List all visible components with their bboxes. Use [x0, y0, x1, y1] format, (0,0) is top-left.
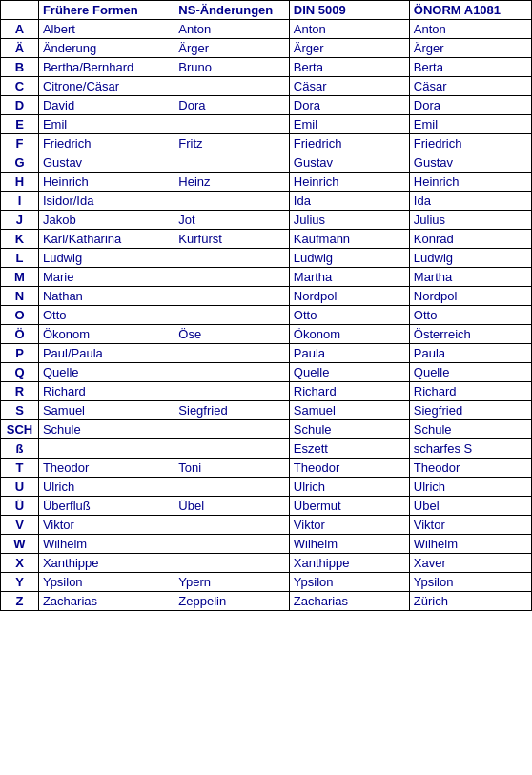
- table-row: EEmilEmilEmil: [1, 115, 532, 134]
- cell-letter: G: [1, 153, 39, 173]
- cell-fruehere: Wilhelm: [38, 535, 174, 554]
- table-row: ÄÄnderungÄrgerÄrgerÄrger: [1, 39, 532, 58]
- cell-ns: Zeppelin: [174, 592, 290, 611]
- cell-din: Otto: [289, 306, 409, 325]
- cell-fruehere: Ulrich: [38, 478, 174, 497]
- header-fruehere: Frühere Formen: [38, 1, 174, 20]
- cell-onorm: Gustav: [409, 153, 531, 173]
- table-row: SSamuelSiegfriedSamuelSiegfried: [1, 401, 532, 420]
- cell-fruehere: Gustav: [38, 153, 174, 173]
- cell-ns: [174, 192, 290, 211]
- cell-din: Ulrich: [289, 478, 409, 497]
- cell-onorm: Heinrich: [409, 173, 531, 192]
- table-row: MMarieMarthaMartha: [1, 268, 532, 287]
- cell-fruehere: Otto: [38, 306, 174, 325]
- table-row: NNathanNordpolNordpol: [1, 287, 532, 306]
- cell-fruehere: Bertha/Bernhard: [38, 58, 174, 77]
- cell-letter: E: [1, 115, 39, 134]
- cell-onorm: Viktor: [409, 516, 531, 535]
- table-row: GGustavGustavGustav: [1, 153, 532, 173]
- cell-ns: [174, 478, 290, 497]
- cell-fruehere: Jakob: [38, 211, 174, 230]
- table-row: ZZachariasZeppelinZachariasZürich: [1, 592, 532, 611]
- cell-fruehere: Theodor: [38, 459, 174, 478]
- cell-letter: T: [1, 459, 39, 478]
- table-row: DDavidDoraDoraDora: [1, 96, 532, 115]
- cell-din: Ludwig: [289, 249, 409, 268]
- cell-din: Julius: [289, 211, 409, 230]
- cell-din: Paula: [289, 344, 409, 363]
- cell-ns: [174, 344, 290, 363]
- cell-fruehere: Friedrich: [38, 134, 174, 153]
- cell-letter: S: [1, 401, 39, 420]
- alphabet-table: Frühere Formen NS-Änderungen DIN 5009 ÖN…: [0, 0, 532, 611]
- cell-din: Emil: [289, 115, 409, 134]
- table-row: JJakobJotJuliusJulius: [1, 211, 532, 230]
- cell-din: Martha: [289, 268, 409, 287]
- cell-onorm: Paula: [409, 344, 531, 363]
- cell-ns: [174, 115, 290, 134]
- cell-din: Zacharias: [289, 592, 409, 611]
- cell-ns: [174, 268, 290, 287]
- table-row: CCitrone/CäsarCäsarCäsar: [1, 77, 532, 96]
- cell-letter: U: [1, 478, 39, 497]
- table-row: ÜÜberflußÜbelÜbermutÜbel: [1, 497, 532, 516]
- cell-din: Ärger: [289, 39, 409, 58]
- cell-ns: [174, 382, 290, 401]
- cell-onorm: Cäsar: [409, 77, 531, 96]
- cell-onorm: Julius: [409, 211, 531, 230]
- cell-ns: Jot: [174, 211, 290, 230]
- cell-fruehere: Viktor: [38, 516, 174, 535]
- cell-fruehere: Albert: [38, 20, 174, 39]
- cell-letter: R: [1, 382, 39, 401]
- cell-ns: [174, 535, 290, 554]
- cell-din: Anton: [289, 20, 409, 39]
- cell-letter: H: [1, 173, 39, 192]
- cell-onorm: Ärger: [409, 39, 531, 58]
- table-row: KKarl/KatharinaKurfürstKaufmannKonrad: [1, 230, 532, 249]
- cell-letter: ß: [1, 439, 39, 459]
- cell-din: Kaufmann: [289, 230, 409, 249]
- table-row: BBertha/BernhardBrunoBertaBerta: [1, 58, 532, 77]
- cell-din: Friedrich: [289, 134, 409, 153]
- cell-onorm: Quelle: [409, 363, 531, 382]
- header-onorm: ÖNORM A1081: [409, 1, 531, 20]
- table-row: PPaul/PaulaPaulaPaula: [1, 344, 532, 363]
- cell-onorm: Dora: [409, 96, 531, 115]
- cell-letter: O: [1, 306, 39, 325]
- cell-din: Nordpol: [289, 287, 409, 306]
- cell-ns: Öse: [174, 325, 290, 344]
- cell-onorm: Konrad: [409, 230, 531, 249]
- cell-letter: X: [1, 554, 39, 573]
- cell-letter: K: [1, 230, 39, 249]
- table-row: UUlrichUlrichUlrich: [1, 478, 532, 497]
- table-row: VViktorViktorViktor: [1, 516, 532, 535]
- cell-din: Theodor: [289, 459, 409, 478]
- table-row: HHeinrichHeinzHeinrichHeinrich: [1, 173, 532, 192]
- cell-ns: [174, 153, 290, 173]
- cell-onorm: Ludwig: [409, 249, 531, 268]
- table-row: FFriedrichFritzFriedrichFriedrich: [1, 134, 532, 153]
- cell-letter: A: [1, 20, 39, 39]
- cell-letter: N: [1, 287, 39, 306]
- cell-ns: [174, 363, 290, 382]
- cell-fruehere: Quelle: [38, 363, 174, 382]
- cell-ns: Dora: [174, 96, 290, 115]
- cell-fruehere: [38, 439, 174, 459]
- cell-letter: Ö: [1, 325, 39, 344]
- cell-ns: [174, 77, 290, 96]
- cell-fruehere: Karl/Katharina: [38, 230, 174, 249]
- cell-din: Ökonom: [289, 325, 409, 344]
- cell-ns: Toni: [174, 459, 290, 478]
- cell-ns: [174, 306, 290, 325]
- cell-onorm: Ida: [409, 192, 531, 211]
- table-row: WWilhelmWilhelmWilhelm: [1, 535, 532, 554]
- cell-onorm: Schule: [409, 420, 531, 439]
- cell-din: Übermut: [289, 497, 409, 516]
- cell-ns: [174, 516, 290, 535]
- cell-fruehere: Schule: [38, 420, 174, 439]
- cell-fruehere: Citrone/Cäsar: [38, 77, 174, 96]
- table-row: RRichardRichardRichard: [1, 382, 532, 401]
- cell-din: Quelle: [289, 363, 409, 382]
- cell-letter: I: [1, 192, 39, 211]
